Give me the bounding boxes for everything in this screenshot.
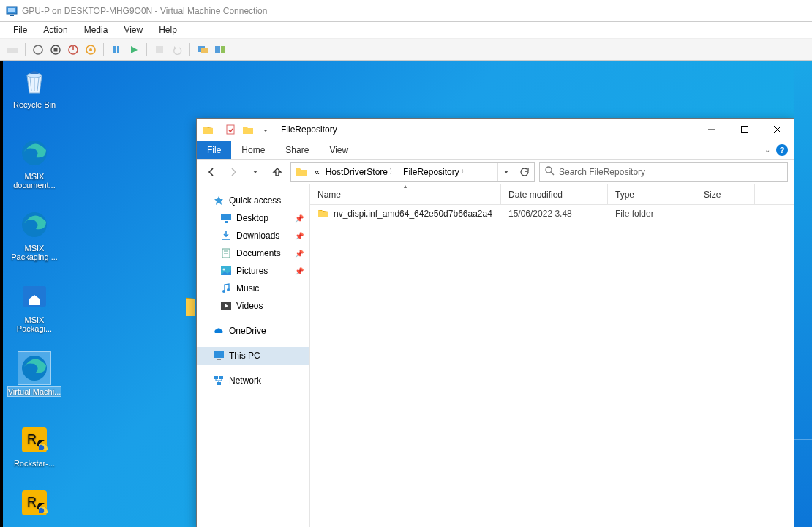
pause-icon[interactable] <box>108 42 124 58</box>
address-bar[interactable]: « HostDriverStore〉 FileRepository〉 <box>290 162 535 182</box>
vmc-menu: File Action Media View Help <box>0 22 812 39</box>
desktop-icon-msix-doc[interactable]: MSIX document... <box>7 137 61 190</box>
column-date[interactable]: Date modified <box>501 184 608 204</box>
vmc-titlebar[interactable]: GPU-P on DESKTOP-MHG9O0N - Virtual Machi… <box>0 0 812 22</box>
tab-home[interactable]: Home <box>231 141 275 159</box>
ctrl-alt-del-icon[interactable] <box>4 42 20 58</box>
edge-icon <box>18 352 50 384</box>
share-icon[interactable] <box>212 42 228 58</box>
reset-icon[interactable] <box>126 42 142 58</box>
desktop-icon-msix-packaging[interactable]: MSIX Packaging ... <box>7 209 61 261</box>
search-input[interactable]: Search FileRepository <box>539 162 788 182</box>
checkpoint-icon[interactable] <box>151 42 168 58</box>
shutdown-icon[interactable] <box>65 42 81 58</box>
network-icon <box>213 375 225 386</box>
tab-share[interactable]: Share <box>275 141 319 159</box>
explorer-ribbon-tabs: File Home Share View ⌄ ? <box>197 141 794 160</box>
recent-dropdown-icon[interactable] <box>247 163 264 181</box>
star-icon <box>213 195 225 206</box>
partially-visible-folder[interactable] <box>186 290 196 322</box>
nav-pictures[interactable]: Pictures📌 <box>197 262 309 280</box>
svg-rect-14 <box>156 46 163 53</box>
music-icon <box>220 283 232 294</box>
svg-text:R: R <box>27 432 37 446</box>
svg-text:R: R <box>27 495 37 509</box>
menu-file[interactable]: File <box>6 23 34 37</box>
enhanced-session-icon[interactable] <box>195 42 211 58</box>
column-size[interactable]: Size <box>696 184 755 204</box>
tab-file[interactable]: File <box>197 141 231 159</box>
save-icon[interactable] <box>83 42 99 58</box>
back-button[interactable] <box>203 163 220 181</box>
help-icon[interactable]: ? <box>776 144 788 156</box>
forward-button[interactable] <box>225 163 242 181</box>
svg-rect-40 <box>221 214 231 220</box>
explorer-title: FileRepository <box>281 124 337 135</box>
vmc-app-icon <box>6 5 18 17</box>
nav-videos[interactable]: Videos <box>197 297 309 315</box>
table-row[interactable]: nv_dispi.inf_amd64_642e50d7b66aa2a4 15/0… <box>310 205 794 223</box>
column-type[interactable]: Type <box>608 184 696 204</box>
nav-desktop[interactable]: Desktop📌 <box>197 209 309 227</box>
svg-rect-31 <box>227 125 234 134</box>
explorer-titlebar[interactable]: FileRepository <box>197 119 794 141</box>
svg-marker-15 <box>174 46 176 50</box>
menu-help[interactable]: Help <box>151 23 184 37</box>
desktop-icon-msix-packaging-tool[interactable]: MSIX Packagi... <box>7 280 61 333</box>
qat-properties-icon[interactable] <box>222 122 238 138</box>
svg-rect-52 <box>214 351 224 358</box>
address-dropdown-icon[interactable] <box>497 163 514 181</box>
stop-icon[interactable] <box>48 42 64 58</box>
svg-rect-56 <box>217 382 221 385</box>
desktop-icon <box>220 212 232 224</box>
qat-dropdown-icon[interactable] <box>257 122 274 138</box>
rockstar-icon: R <box>18 487 50 519</box>
nav-downloads[interactable]: Downloads📌 <box>197 227 309 244</box>
close-button[interactable] <box>761 119 794 141</box>
vmc-title: GPU-P on DESKTOP-MHG9O0N - Virtual Machi… <box>22 6 806 16</box>
breadcrumb-filerepository[interactable]: FileRepository〉 <box>400 167 472 177</box>
up-button[interactable] <box>268 163 286 181</box>
tab-view[interactable]: View <box>319 141 358 159</box>
guest-desktop[interactable]: Recycle Bin MSIX document... MSIX Packag… <box>3 61 794 527</box>
ribbon-expand-icon[interactable]: ⌄ <box>764 146 770 154</box>
desktop-icon-virtual-machine[interactable]: Virtual Machi... <box>7 352 61 396</box>
minimize-button[interactable] <box>695 119 728 141</box>
nav-documents[interactable]: Documents📌 <box>197 244 309 262</box>
recycle-bin-icon <box>18 65 50 97</box>
maximize-button[interactable] <box>728 119 761 141</box>
vmc-toolbar <box>0 39 812 61</box>
videos-icon <box>220 300 232 312</box>
menu-action[interactable]: Action <box>36 23 75 37</box>
desktop-icon-rockstar[interactable]: R Rockstar-... <box>7 424 61 468</box>
nav-network[interactable]: Network <box>197 372 309 389</box>
this-pc-icon <box>213 350 225 362</box>
nav-music[interactable]: Music <box>197 280 309 297</box>
qat-newfolder-icon[interactable] <box>240 122 256 138</box>
explorer-contents[interactable]: Name▴ Date modified Type Size nv_dispi.i… <box>310 184 794 527</box>
nav-this-pc[interactable]: This PC <box>197 347 309 365</box>
desktop-label: Virtual Machi... <box>8 387 61 396</box>
desktop-icon-recycle-bin[interactable]: Recycle Bin <box>7 65 61 109</box>
column-name[interactable]: Name▴ <box>310 184 501 204</box>
file-date: 15/06/2022 3.48 <box>501 209 608 219</box>
vm-guest-viewport[interactable]: Recycle Bin MSIX document... MSIX Packag… <box>0 61 812 527</box>
file-explorer-window: FileRepository File Home Share View ⌄ ? <box>196 118 794 527</box>
onedrive-icon <box>213 325 225 337</box>
edge-icon <box>18 137 50 169</box>
refresh-icon[interactable] <box>514 163 533 181</box>
breadcrumb-hostdriverstore[interactable]: HostDriverStore〉 <box>323 167 400 177</box>
breadcrumb-overflow[interactable]: « <box>312 167 323 177</box>
menu-view[interactable]: View <box>116 23 150 37</box>
svg-marker-39 <box>214 196 223 205</box>
documents-icon <box>220 247 232 259</box>
start-icon[interactable] <box>30 42 46 58</box>
desktop-icon-rockstar-2[interactable]: R <box>7 487 61 522</box>
desktop-label: MSIX Packagi... <box>17 315 52 333</box>
menu-media[interactable]: Media <box>77 23 116 37</box>
nav-onedrive[interactable]: OneDrive <box>197 322 309 340</box>
chevron-right-icon: 〉 <box>461 167 467 176</box>
nav-quick-access[interactable]: Quick access <box>197 192 309 209</box>
chevron-right-icon: 〉 <box>389 167 396 176</box>
revert-icon[interactable] <box>169 42 185 58</box>
